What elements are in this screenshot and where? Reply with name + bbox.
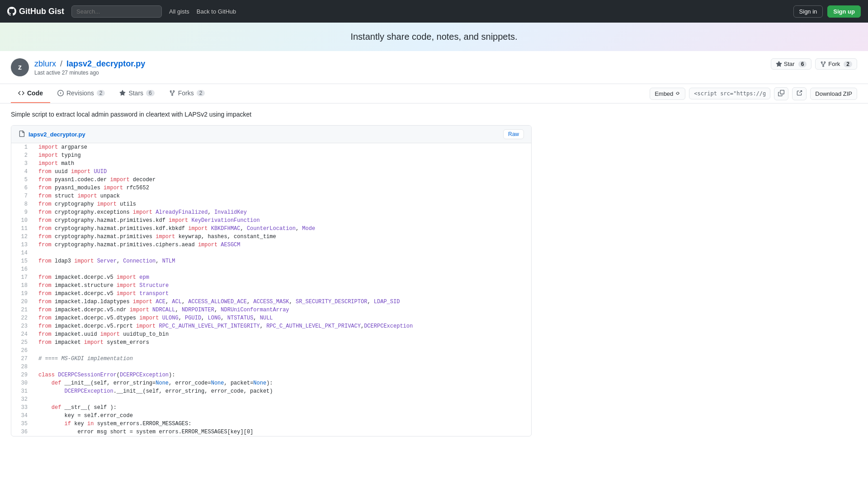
fork-button[interactable]: Fork 2 <box>815 58 857 70</box>
header: GitHub Gist All gists Back to GitHub Sig… <box>0 0 868 23</box>
file-header: lapsv2_decryptor.py Raw <box>11 126 531 143</box>
hero-text: Instantly share code, notes, and snippet… <box>350 32 517 42</box>
code-content: error msg short = system errors.ERROR_ME… <box>33 428 531 436</box>
table-row: 3 import math <box>11 160 531 168</box>
main-content: Simple script to extract local admin pas… <box>0 103 542 444</box>
site-logo[interactable]: GitHub Gist <box>7 7 64 16</box>
line-number: 16 <box>11 265 33 273</box>
open-button[interactable] <box>792 87 807 100</box>
line-number: 15 <box>11 257 33 265</box>
revisions-count: 2 <box>97 90 105 96</box>
code-content: from impacket.structure import Structure <box>33 282 531 290</box>
code-content: from cryptography.hazmat.primitives.ciph… <box>33 241 531 249</box>
code-content: class DCERPCSessionError(DCERPCException… <box>33 371 531 379</box>
stars-count: 6 <box>146 90 155 96</box>
line-number: 2 <box>11 151 33 160</box>
all-gists-link[interactable]: All gists <box>169 8 189 15</box>
back-to-github-link[interactable]: Back to GitHub <box>197 8 236 15</box>
code-content: import math <box>33 160 531 168</box>
tab-revisions[interactable]: Revisions 2 <box>50 84 112 103</box>
line-number: 6 <box>11 184 33 192</box>
breadcrumb-separator: / <box>60 59 62 68</box>
code-content: # ==== MS-GKDI implementation <box>33 355 531 363</box>
table-row: 8 from cryptography import utils <box>11 200 531 208</box>
table-row: 17 from impacket.dcerpc.v5 import epm <box>11 273 531 282</box>
line-number: 7 <box>11 192 33 200</box>
code-content <box>33 363 531 371</box>
code-content: from impacket.uuid import uuidtup_to_bin <box>33 330 531 338</box>
table-row: 20 from impacket.ldap.ldaptypes import A… <box>11 298 531 306</box>
file-name-label: lapsv2_decryptor.py <box>28 131 85 138</box>
code-content <box>33 395 531 404</box>
tab-stars[interactable]: Stars 6 <box>112 84 161 103</box>
code-content: from uuid import UUID <box>33 168 531 176</box>
code-content: from impacket.dcerpc.v5.dtypes import UL… <box>33 314 531 322</box>
embed-button[interactable]: Embed <box>650 88 685 100</box>
line-number: 17 <box>11 273 33 282</box>
table-row: 10 from cryptography.hazmat.primitives.k… <box>11 216 531 225</box>
embed-url-input[interactable] <box>689 88 770 99</box>
sign-in-button[interactable]: Sign in <box>793 5 823 18</box>
line-number: 20 <box>11 298 33 306</box>
filename-link[interactable]: lapsv2_decryptor.py <box>66 59 145 68</box>
table-row: 36 error msg short = system errors.ERROR… <box>11 428 531 436</box>
line-number: 22 <box>11 314 33 322</box>
line-number: 28 <box>11 363 33 371</box>
line-number: 29 <box>11 371 33 379</box>
line-number: 5 <box>11 176 33 184</box>
table-row: 18 from impacket.structure import Struct… <box>11 282 531 290</box>
table-row: 1 import argparse <box>11 143 531 151</box>
code-content: from pyasn1.codec.der import decoder <box>33 176 531 184</box>
raw-button[interactable]: Raw <box>503 129 524 139</box>
code-content: from struct import unpack <box>33 192 531 200</box>
tab-forks[interactable]: Forks 2 <box>162 84 212 103</box>
table-row: 29 class DCERPCSessionError(DCERPCExcept… <box>11 371 531 379</box>
code-content <box>33 265 531 273</box>
code-content: from cryptography.hazmat.primitives.kdf … <box>33 216 531 225</box>
table-row: 21 from impacket.dcerpc.v5.ndr import ND… <box>11 306 531 314</box>
table-row: 25 from impacket import system_errors <box>11 338 531 347</box>
username-link[interactable]: zblurx <box>34 59 56 68</box>
tab-code[interactable]: Code <box>11 84 50 103</box>
code-content <box>33 347 531 355</box>
sign-up-button[interactable]: Sign up <box>827 5 861 18</box>
file-viewer: lapsv2_decryptor.py Raw 1 import argpars… <box>11 125 532 436</box>
table-row: 16 <box>11 265 531 273</box>
table-row: 28 <box>11 363 531 371</box>
line-number: 8 <box>11 200 33 208</box>
table-row: 12 from cryptography.hazmat.primitives i… <box>11 233 531 241</box>
breadcrumb: zblurx / lapsv2_decryptor.py <box>34 59 145 69</box>
line-number: 13 <box>11 241 33 249</box>
code-content: from impacket.dcerpc.v5 import transport <box>33 290 531 298</box>
table-row: 4 from uuid import UUID <box>11 168 531 176</box>
table-row: 13 from cryptography.hazmat.primitives.c… <box>11 241 531 249</box>
line-number: 18 <box>11 282 33 290</box>
table-row: 24 from impacket.uuid import uuidtup_to_… <box>11 330 531 338</box>
table-row: 32 <box>11 395 531 404</box>
line-number: 32 <box>11 395 33 404</box>
line-number: 27 <box>11 355 33 363</box>
download-zip-button[interactable]: Download ZIP <box>810 88 857 100</box>
last-active-text: Last active 27 minutes ago <box>34 70 145 76</box>
search-input[interactable] <box>71 5 162 18</box>
code-content: from pyasn1_modules import rfc5652 <box>33 184 531 192</box>
table-row: 15 from ldap3 import Server, Connection,… <box>11 257 531 265</box>
code-content <box>33 249 531 257</box>
star-button[interactable]: Star 6 <box>771 58 812 70</box>
code-content: from cryptography.hazmat.primitives.kdf.… <box>33 225 531 233</box>
line-number: 21 <box>11 306 33 314</box>
file-name-area: lapsv2_decryptor.py <box>19 131 85 138</box>
table-row: 22 from impacket.dcerpc.v5.dtypes import… <box>11 314 531 322</box>
user-info: z zblurx / lapsv2_decryptor.py Last acti… <box>11 58 145 76</box>
copy-button[interactable] <box>774 87 788 100</box>
code-table: 1 import argparse 2 import typing 3 impo… <box>11 143 531 436</box>
line-number: 30 <box>11 379 33 387</box>
user-section: z zblurx / lapsv2_decryptor.py Last acti… <box>0 51 868 84</box>
code-content: from impacket.ldap.ldaptypes import ACE,… <box>33 298 531 306</box>
table-row: 11 from cryptography.hazmat.primitives.k… <box>11 225 531 233</box>
line-number: 10 <box>11 216 33 225</box>
line-number: 24 <box>11 330 33 338</box>
table-row: 5 from pyasn1.codec.der import decoder <box>11 176 531 184</box>
line-number: 35 <box>11 420 33 428</box>
table-row: 34 key = self.error_code <box>11 412 531 420</box>
